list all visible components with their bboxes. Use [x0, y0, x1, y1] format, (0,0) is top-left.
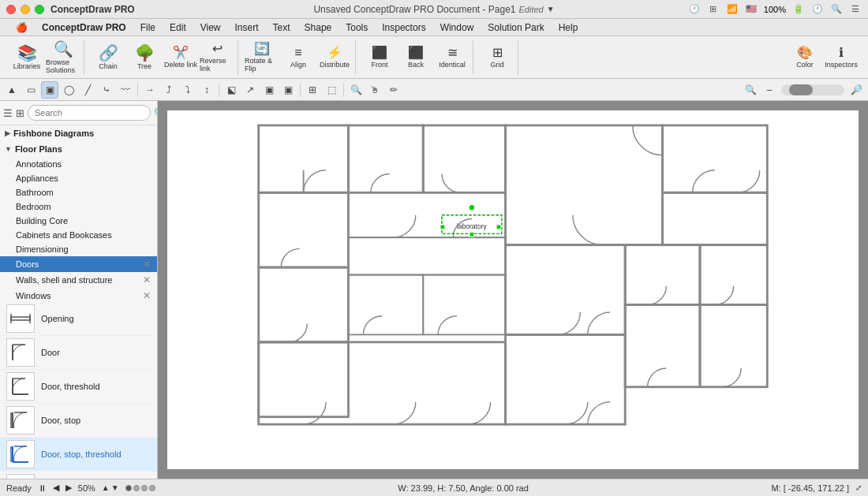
menu-icon[interactable]: ☰ [849, 3, 862, 16]
grid-button[interactable]: ⊞ Grid [480, 40, 514, 75]
sidebar-item-cabinets[interactable]: Cabinets and Bookcases [0, 228, 157, 242]
sidebar-item-dimensioning[interactable]: Dimensioning [0, 242, 157, 256]
page-dot-4[interactable] [149, 485, 155, 491]
minimize-button[interactable] [21, 5, 30, 14]
menu-solution-park[interactable]: Solution Park [481, 21, 550, 35]
windows-close[interactable]: ✕ [141, 290, 152, 301]
curve-tool[interactable]: ⤷ [98, 81, 115, 99]
nav-section-fishbone[interactable]: ▶ Fishbone Diagrams [0, 125, 157, 141]
shape-item-door[interactable]: Door [0, 336, 157, 370]
color-button[interactable]: 🎨 Color [788, 40, 822, 75]
shape-item-door-threshold[interactable]: Door, threshold [0, 370, 157, 404]
menu-window[interactable]: Window [434, 21, 481, 35]
inspectors-button[interactable]: ℹ Inspectors [824, 40, 859, 75]
pointer-tool[interactable]: ▲ [3, 81, 21, 99]
sidebar-item-annotations[interactable]: Annotations [0, 157, 157, 171]
rect-tool[interactable]: ▭ [22, 81, 39, 99]
connect-tool[interactable]: → [141, 81, 159, 99]
sidebar-grid-view[interactable]: ⊞ [16, 104, 24, 121]
delete-link-button[interactable]: ✂️ Delete link [163, 40, 198, 75]
front-button[interactable]: ⬛ Front [362, 40, 397, 75]
sidebar-item-doors[interactable]: Doors ✕ [0, 256, 157, 272]
reverse-link-label: Reverse link [200, 57, 234, 73]
shape-item-door-frame[interactable]: Door, frame [0, 472, 157, 479]
sidebar-item-building-core[interactable]: Building Core [0, 214, 157, 228]
align-button[interactable]: ≡ Align [281, 40, 316, 75]
frame-tool[interactable]: ⬚ [323, 81, 340, 99]
sidebar-item-appliances[interactable]: Appliances [0, 171, 157, 185]
back-button[interactable]: ⬛ Back [398, 40, 433, 75]
floor-plan-canvas[interactable]: laboratory [167, 110, 859, 469]
chain-button[interactable]: 🔗 Chain [91, 40, 125, 75]
zoom-up-btn[interactable]: ▲ [102, 483, 110, 492]
zoom-down-btn[interactable]: ▼ [111, 483, 119, 492]
identical-button[interactable]: ≅ Identical [435, 40, 470, 75]
wave-tool[interactable]: 〰 [117, 81, 134, 99]
menu-inspectors[interactable]: Inspectors [376, 21, 432, 35]
apple-menu[interactable]: 🍎 [9, 21, 34, 35]
tree-button[interactable]: 🌳 Tree [127, 40, 162, 75]
menu-shape[interactable]: Shape [298, 21, 339, 35]
ellipse-tool[interactable]: ◯ [60, 81, 77, 99]
menu-edit[interactable]: Edit [163, 21, 193, 35]
flag-icon[interactable]: 🇺🇸 [745, 3, 758, 16]
search-icon[interactable]: 🔍 [830, 3, 843, 16]
menu-app[interactable]: ConceptDraw PRO [36, 21, 133, 35]
menu-file[interactable]: File [134, 21, 162, 35]
maximize-button[interactable] [35, 5, 44, 14]
menu-tools[interactable]: Tools [339, 21, 374, 35]
menu-help[interactable]: Help [552, 21, 585, 35]
status-zoom[interactable]: 50% [78, 483, 95, 493]
crop-tool[interactable]: ⬕ [223, 81, 240, 99]
status-pause-btn[interactable]: ⏸ [38, 483, 47, 493]
rotate-flip-button[interactable]: 🔄 Rotate & Flip [245, 40, 279, 75]
shape-item-door-stop[interactable]: Door, stop [0, 404, 157, 438]
libraries-button[interactable]: 📚 Libraries [9, 40, 44, 75]
notification-icon[interactable]: 🕐 [688, 3, 701, 16]
menu-view[interactable]: View [194, 21, 227, 35]
format-tool-1[interactable]: ▣ [260, 81, 278, 99]
search-input[interactable] [28, 105, 151, 121]
sidebar-item-bedroom[interactable]: Bedroom [0, 200, 157, 214]
zoom-in-tool[interactable]: 🔍 [347, 81, 365, 99]
double-connector[interactable]: ↕ [198, 81, 215, 99]
status-prev-btn[interactable]: ◀ [53, 483, 59, 493]
page-dot-3[interactable] [141, 485, 148, 491]
sidebar-item-walls[interactable]: Walls, shell and structure ✕ [0, 272, 157, 288]
close-button[interactable] [6, 5, 16, 14]
rotate-tool[interactable]: ↗ [241, 81, 259, 99]
browse-solutions-button[interactable]: 🔍 Browse Solutions [46, 40, 80, 75]
grid-icon[interactable]: ⊞ [707, 3, 720, 16]
nav-section-floorplans[interactable]: ▼ Floor Plans [0, 141, 157, 157]
canvas-inner[interactable]: laboratory [167, 110, 859, 469]
sidebar-item-bathroom[interactable]: Bathroom [0, 185, 157, 200]
menu-text[interactable]: Text [267, 21, 297, 35]
reverse-link-button[interactable]: ↩ Reverse link [200, 40, 234, 75]
wifi-icon[interactable]: 📶 [726, 3, 739, 16]
zoom-plus-btn[interactable]: 🔎 [847, 81, 865, 99]
hand-tool[interactable]: 🖱 [366, 81, 383, 99]
zoom-slider[interactable] [781, 84, 844, 95]
sidebar-item-windows[interactable]: Windows ✕ [0, 288, 157, 302]
arc-connector[interactable]: ⤴ [160, 81, 178, 99]
distribute-button[interactable]: ⚡ Distribute [317, 40, 352, 75]
page-dot-2[interactable] [133, 485, 140, 491]
pencil-tool[interactable]: ✏ [385, 81, 402, 99]
doors-close[interactable]: ✕ [141, 259, 152, 270]
edited-dropdown-icon[interactable]: ▼ [547, 5, 555, 13]
grid-tool[interactable]: ⊞ [304, 81, 321, 99]
zoom-out-btn[interactable]: 🔍 [742, 81, 759, 99]
status-next-btn[interactable]: ▶ [65, 483, 72, 493]
page-dot-1[interactable] [125, 485, 132, 491]
active-shape-tool[interactable]: ▣ [41, 81, 58, 99]
walls-close[interactable]: ✕ [141, 274, 152, 285]
sidebar-list-view[interactable]: ☰ [3, 104, 13, 121]
line-tool[interactable]: ╱ [79, 81, 96, 99]
zoom-minus-btn[interactable]: – [761, 81, 778, 99]
canvas-area[interactable]: laboratory [158, 101, 868, 479]
curve-connector[interactable]: ⤵ [179, 81, 196, 99]
format-tool-2[interactable]: ▣ [279, 81, 297, 99]
shape-item-door-stop-threshold[interactable]: Door, stop, threshold [0, 438, 157, 472]
menu-insert[interactable]: Insert [229, 21, 265, 35]
shape-item-opening[interactable]: Opening [0, 302, 157, 336]
